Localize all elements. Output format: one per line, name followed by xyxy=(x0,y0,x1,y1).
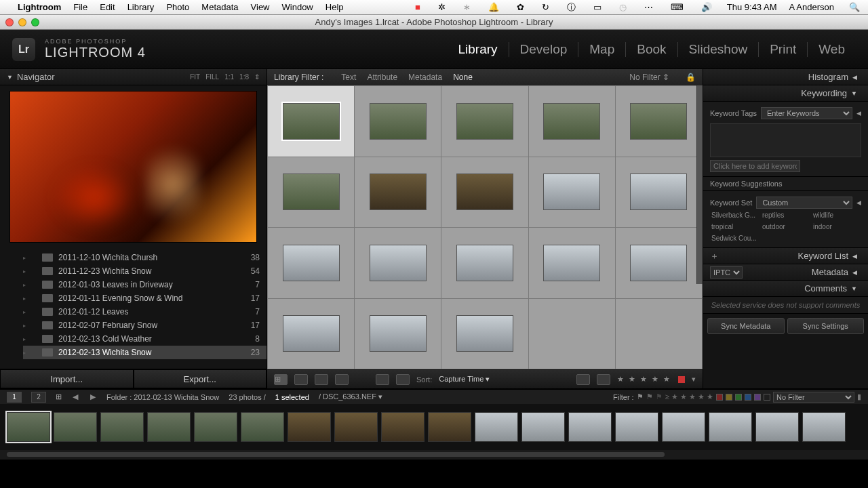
filmstrip-thumb[interactable] xyxy=(194,412,237,442)
menu-view[interactable]: View xyxy=(251,2,270,12)
menu-edit[interactable]: Edit xyxy=(100,2,115,12)
grid-cell[interactable] xyxy=(268,299,354,369)
rating-stars[interactable]: ★ ★ ★ ★ ★ xyxy=(617,375,671,384)
view-grid-button[interactable]: ⊞ xyxy=(274,374,288,385)
flag-pick-icon[interactable] xyxy=(576,374,590,385)
app-menu[interactable]: Lightroom xyxy=(18,2,61,12)
folder-item[interactable]: ▸2012-01-11 Evening Snow & Wind17 xyxy=(23,291,267,305)
painter-icon[interactable] xyxy=(376,374,389,385)
sync-settings-button[interactable]: Sync Settings xyxy=(787,318,865,334)
chevron-left-icon[interactable]: ◀ xyxy=(856,199,861,206)
thumb-size-icon[interactable]: ▾ xyxy=(692,375,696,384)
filmstrip-thumb[interactable] xyxy=(334,412,378,442)
nav-back-icon[interactable]: ◀ xyxy=(71,392,79,401)
bell-icon[interactable]: 🔔 xyxy=(488,2,499,12)
histogram-header[interactable]: Histogram ◀ xyxy=(703,69,868,85)
filter-switch-icon[interactable]: ▮ xyxy=(857,392,861,401)
grid-cell[interactable] xyxy=(268,86,354,157)
label-green[interactable] xyxy=(735,394,742,401)
filmstrip-thumb[interactable] xyxy=(428,412,471,442)
menu-window[interactable]: Window xyxy=(282,2,313,12)
zoom-ratio[interactable]: 1:8 xyxy=(239,73,249,81)
folder-item[interactable]: ▸2012-01-12 Leaves7 xyxy=(23,305,267,319)
folder-item[interactable]: ▸2012-01-03 Leaves in Driveway7 xyxy=(23,278,267,291)
clock[interactable]: Thu 9:43 AM xyxy=(727,2,777,12)
menu-library[interactable]: Library xyxy=(127,2,155,12)
filmstrip-thumb[interactable] xyxy=(54,412,97,442)
comments-header[interactable]: Comments ▼ xyxy=(703,281,868,297)
label-blue[interactable] xyxy=(745,394,751,401)
folder-item[interactable]: ▸2012-02-13 Wichita Snow23 xyxy=(23,346,267,359)
display-icon[interactable]: ▭ xyxy=(593,2,601,12)
zoom-button[interactable] xyxy=(31,18,39,26)
grid-cell[interactable] xyxy=(355,86,441,157)
grid-cell[interactable] xyxy=(616,299,702,369)
accessibility-icon[interactable]: ⓘ xyxy=(567,1,576,14)
filmstrip-thumb[interactable] xyxy=(521,412,565,442)
menu-help[interactable]: Help xyxy=(326,2,344,12)
navigator-header[interactable]: ▼ Navigator FIT FILL 1:1 1:8 ⇕ xyxy=(0,69,267,85)
filmstrip-thumb[interactable] xyxy=(147,412,191,442)
label-red[interactable] xyxy=(716,394,723,401)
rating-filter[interactable]: ≥ ★ ★ ★ ★ ★ xyxy=(665,392,713,401)
filter-lock-icon[interactable]: 🔒 xyxy=(686,73,696,82)
module-map[interactable]: Map xyxy=(578,42,626,57)
folder-item[interactable]: ▸2012-02-13 Cold Weather8 xyxy=(23,332,267,346)
filmstrip-thumb[interactable] xyxy=(381,412,425,442)
label-purple[interactable] xyxy=(754,394,761,401)
keyword-input[interactable] xyxy=(710,160,800,172)
module-library[interactable]: Library xyxy=(448,42,509,57)
folder-item[interactable]: ▸2011-12-23 Wichita Snow54 xyxy=(23,264,267,278)
menu-photo[interactable]: Photo xyxy=(166,2,189,12)
keyword-set-item[interactable]: reptiles xyxy=(761,210,810,220)
filter-metadata[interactable]: Metadata xyxy=(408,73,442,82)
filmstrip-thumb[interactable] xyxy=(241,412,284,442)
view-compare-button[interactable] xyxy=(315,374,328,385)
keyword-set-item[interactable]: tropical xyxy=(710,222,760,232)
keyword-set-item[interactable]: outdoor xyxy=(761,222,810,232)
module-slideshow[interactable]: Slideshow xyxy=(678,42,760,57)
flag-filter-icon[interactable]: ⚑ xyxy=(637,392,644,401)
zoom-1-1[interactable]: 1:1 xyxy=(224,73,234,81)
close-button[interactable] xyxy=(5,18,14,26)
filmstrip-scrollbar[interactable] xyxy=(0,450,868,460)
filter-preset[interactable]: No Filter ⇕ xyxy=(629,73,669,82)
breadcrumb-path[interactable]: Folder : 2012-02-13 Wichita Snow xyxy=(106,393,219,401)
nav-forward-icon[interactable]: ▶ xyxy=(89,392,97,401)
plus-icon[interactable]: ＋ xyxy=(710,250,719,262)
timemachine-icon[interactable]: ◷ xyxy=(619,2,627,12)
filter-none[interactable]: None xyxy=(453,73,473,82)
folder-item[interactable]: ▸2011-12-10 Wichita Chursh38 xyxy=(23,251,267,264)
keyboard-icon[interactable]: ⌨ xyxy=(671,2,684,12)
keyword-set-item[interactable]: Silverback G... xyxy=(710,210,760,220)
grid-cell[interactable] xyxy=(355,157,441,228)
module-web[interactable]: Web xyxy=(808,42,856,57)
zoom-fill[interactable]: FILL xyxy=(205,73,219,81)
filter-attribute[interactable]: Attribute xyxy=(367,73,397,82)
minimize-button[interactable] xyxy=(18,18,26,26)
export-button[interactable]: Export... xyxy=(134,369,267,388)
sync-icon[interactable]: ↻ xyxy=(542,2,549,12)
grid-cell[interactable] xyxy=(268,157,354,228)
spotlight-icon[interactable]: 🔍 xyxy=(849,2,860,12)
display-secondary[interactable]: 2 xyxy=(31,392,46,403)
grid-cell[interactable] xyxy=(441,86,528,157)
filmstrip-thumb[interactable] xyxy=(615,412,658,442)
filmstrip-thumb[interactable] xyxy=(475,412,518,442)
display-primary[interactable]: 1 xyxy=(7,392,22,403)
module-book[interactable]: Book xyxy=(626,42,677,57)
menuextra-icon[interactable]: ⋯ xyxy=(644,2,653,12)
grid-cell[interactable] xyxy=(616,228,702,298)
label-none[interactable] xyxy=(764,394,770,401)
paw-icon[interactable]: ✿ xyxy=(517,2,524,12)
grid-cell[interactable] xyxy=(616,86,702,157)
module-develop[interactable]: Develop xyxy=(509,42,579,57)
grid-icon[interactable]: ⊞ xyxy=(56,392,62,401)
flag-filter-icon[interactable]: ⚑ xyxy=(656,392,663,401)
color-label-icon[interactable] xyxy=(678,376,685,383)
navigator-preview[interactable] xyxy=(9,91,257,243)
menu-file[interactable]: File xyxy=(73,2,87,12)
dropbox-icon[interactable]: ✲ xyxy=(438,2,446,12)
filmstrip-thumb[interactable] xyxy=(288,412,331,442)
filmstrip-thumb[interactable] xyxy=(100,412,144,442)
